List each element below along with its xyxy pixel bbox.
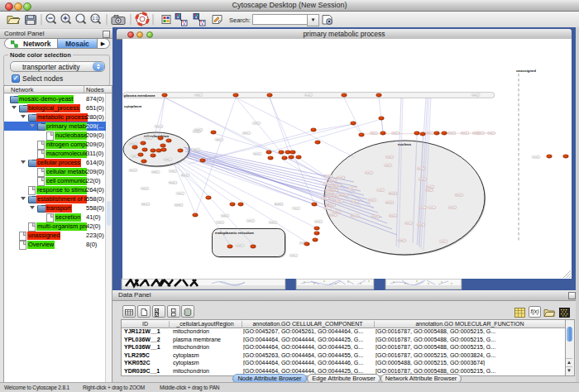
svg-text:nuso(-): nuso(-) <box>195 128 203 131</box>
svg-text:cxcr(-): cxcr(-) <box>440 240 447 243</box>
svg-text:srxe(-): srxe(-) <box>322 197 328 200</box>
svg-text:oaan(-): oaan(-) <box>341 194 348 197</box>
svg-text:ovsx(-): ovsx(-) <box>329 179 336 182</box>
svg-text:unassigned: unassigned <box>516 69 536 73</box>
svg-text:acuc(-): acuc(-) <box>305 93 312 97</box>
svg-text:asoe(-): asoe(-) <box>237 244 244 247</box>
svg-text:eucv(-): eucv(-) <box>130 169 136 172</box>
svg-text:ssss(-): ssss(-) <box>428 206 435 209</box>
svg-text:ovau(-): ovau(-) <box>472 93 480 97</box>
svg-text:asxu(-): asxu(-) <box>366 171 372 174</box>
svg-text:vooo(-): vooo(-) <box>222 214 229 218</box>
svg-text:rrsc(-): rrsc(-) <box>293 207 299 210</box>
svg-text:ansv(-): ansv(-) <box>334 184 341 187</box>
svg-text:eemx(-): eemx(-) <box>447 131 455 135</box>
svg-text:mocu(-): mocu(-) <box>181 174 189 177</box>
svg-text:vcva(-): vcva(-) <box>324 182 331 185</box>
svg-text:uvxx(-): uvxx(-) <box>385 164 391 167</box>
svg-text:evan(-): evan(-) <box>330 213 337 217</box>
svg-text:rmec(-): rmec(-) <box>427 131 434 135</box>
svg-text:oeua(-): oeua(-) <box>390 214 397 218</box>
svg-text:rrrv(-): rrrv(-) <box>337 199 343 203</box>
svg-text:snvc(-): snvc(-) <box>216 138 223 141</box>
svg-text:ncec(-): ncec(-) <box>352 200 358 203</box>
svg-text:sonm(-): sonm(-) <box>175 203 182 207</box>
svg-text:mvue(-): mvue(-) <box>324 174 332 178</box>
svg-text:oerx(-): oerx(-) <box>195 93 202 97</box>
svg-text:mvre(-): mvre(-) <box>456 194 463 197</box>
svg-text:rama(-): rama(-) <box>165 158 172 161</box>
svg-text:vcsa(-): vcsa(-) <box>533 155 539 159</box>
svg-text:vvoe(-): vvoe(-) <box>386 155 393 159</box>
svg-text:unxc(-): unxc(-) <box>405 222 412 225</box>
svg-text:cmxx(-): cmxx(-) <box>130 142 137 146</box>
svg-text:ovac(-): ovac(-) <box>426 189 433 192</box>
svg-text:nrox(-): nrox(-) <box>392 131 399 135</box>
svg-text:eruo(-): eruo(-) <box>488 131 495 135</box>
svg-text:emcv(-): emcv(-) <box>141 203 149 206</box>
svg-text:neru(-): neru(-) <box>371 131 377 135</box>
svg-text:veuc(-): veuc(-) <box>427 185 433 189</box>
svg-text:esru(-): esru(-) <box>315 220 322 223</box>
svg-text:onse(-): onse(-) <box>369 198 376 202</box>
svg-text:csxr(-): csxr(-) <box>377 189 384 192</box>
svg-text:mser(-): mser(-) <box>477 131 485 135</box>
svg-text:seoc(-): seoc(-) <box>333 194 339 197</box>
svg-text:uoxm(-): uoxm(-) <box>371 215 379 218</box>
svg-text:vavv(-): vavv(-) <box>193 148 199 151</box>
svg-text:oscc(-): oscc(-) <box>419 206 426 209</box>
svg-text:omuu(-): omuu(-) <box>351 214 359 218</box>
svg-text:vmmr(-): vmmr(-) <box>398 239 406 242</box>
svg-text:plasma membrane: plasma membrane <box>124 93 156 98</box>
svg-text:osoo(-): osoo(-) <box>333 210 341 213</box>
svg-text:cvav(-): cvav(-) <box>141 187 148 190</box>
svg-text:1:1: 1:1 <box>93 16 98 21</box>
svg-text:rrrr(-): rrrr(-) <box>350 187 355 190</box>
svg-text:mnem(-): mnem(-) <box>275 203 283 206</box>
svg-text:vsvs(-): vsvs(-) <box>217 221 223 224</box>
svg-text:cure(-): cure(-) <box>253 122 260 125</box>
svg-text:xcan(-): xcan(-) <box>270 221 276 224</box>
svg-text:vaca(-): vaca(-) <box>419 178 426 181</box>
svg-text:axcu(-): axcu(-) <box>254 152 261 155</box>
svg-text:msxu(-): msxu(-) <box>169 181 176 184</box>
svg-text:cvvx(-): cvvx(-) <box>170 170 176 173</box>
svg-text:xnov(-): xnov(-) <box>449 206 456 209</box>
svg-text:cmcm(-): cmcm(-) <box>337 176 345 179</box>
svg-text:cytoplasm: cytoplasm <box>124 104 141 108</box>
svg-text:masv(-): masv(-) <box>461 131 468 135</box>
svg-text:seco(-): seco(-) <box>418 167 424 170</box>
svg-text:nuxe(-): nuxe(-) <box>152 170 160 174</box>
svg-text:macr(-): macr(-) <box>156 125 163 128</box>
svg-text:urav(-): urav(-) <box>145 136 151 140</box>
svg-text:nuoe(-): nuoe(-) <box>418 223 425 227</box>
svg-text:rosv(-): rosv(-) <box>177 192 184 195</box>
svg-text:amcm(-): amcm(-) <box>389 192 397 195</box>
svg-text:ccns(-): ccns(-) <box>247 219 254 222</box>
svg-text:xvxs(-): xvxs(-) <box>290 254 297 257</box>
svg-text:raxc(-): raxc(-) <box>324 207 331 210</box>
svg-text:uamu(-): uamu(-) <box>385 201 394 204</box>
svg-text:uenr(-): uenr(-) <box>132 155 138 158</box>
svg-text:oesr(-): oesr(-) <box>243 131 250 135</box>
svg-text:mxeu(-): mxeu(-) <box>328 203 335 207</box>
